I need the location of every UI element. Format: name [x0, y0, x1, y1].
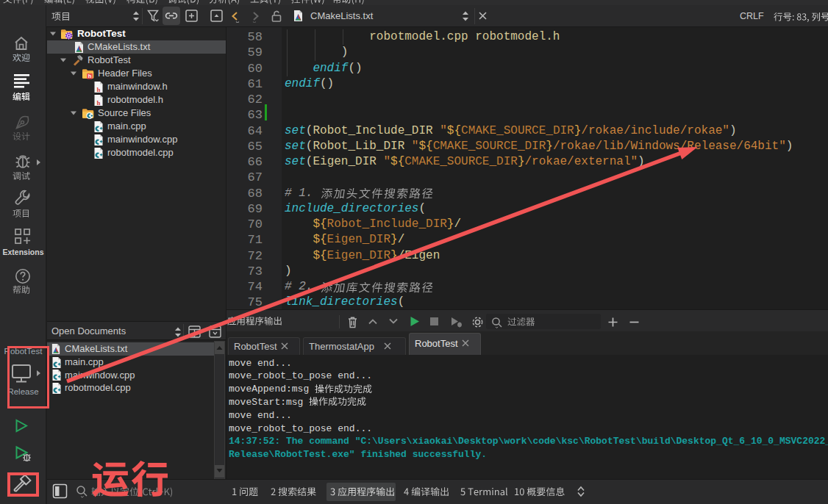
svg-text:h: h [88, 73, 92, 79]
svg-text:h: h [96, 99, 100, 107]
svg-text:h: h [96, 86, 100, 93]
